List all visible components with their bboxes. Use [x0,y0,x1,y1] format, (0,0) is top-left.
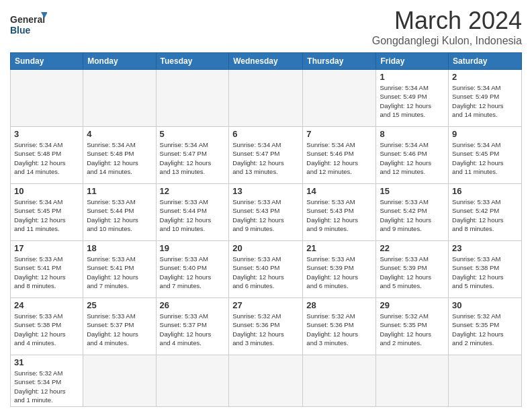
calendar-day-cell: 24Sunrise: 5:33 AM Sunset: 5:38 PM Dayli… [11,298,83,355]
day-info: Sunrise: 5:32 AM Sunset: 5:34 PM Dayligh… [14,369,79,404]
day-number: 25 [87,300,152,310]
calendar-day-cell: 10Sunrise: 5:34 AM Sunset: 5:45 PM Dayli… [11,184,83,241]
calendar-day-cell: 29Sunrise: 5:32 AM Sunset: 5:35 PM Dayli… [376,298,449,355]
calendar-day-cell [11,70,83,127]
calendar-day-cell: 30Sunrise: 5:32 AM Sunset: 5:35 PM Dayli… [449,298,522,355]
calendar-day-cell [83,355,156,407]
day-info: Sunrise: 5:32 AM Sunset: 5:35 PM Dayligh… [452,312,518,347]
day-info: Sunrise: 5:33 AM Sunset: 5:41 PM Dayligh… [87,255,152,290]
day-number: 12 [160,186,226,196]
day-number: 11 [87,186,152,196]
calendar-day-cell: 17Sunrise: 5:33 AM Sunset: 5:41 PM Dayli… [11,241,83,298]
weekday-header-monday: Monday [83,53,156,70]
calendar-day-cell: 19Sunrise: 5:33 AM Sunset: 5:40 PM Dayli… [156,241,229,298]
day-info: Sunrise: 5:33 AM Sunset: 5:43 PM Dayligh… [306,197,372,233]
weekday-header-row: SundayMondayTuesdayWednesdayThursdayFrid… [11,53,522,70]
svg-text:General: General [10,14,45,25]
day-number: 23 [452,243,518,253]
day-info: Sunrise: 5:34 AM Sunset: 5:45 PM Dayligh… [14,197,79,233]
header: General Blue March 2024 Gongdanglegi Kul… [10,7,522,47]
day-number: 13 [232,186,299,196]
day-number: 6 [232,129,299,139]
calendar-day-cell: 25Sunrise: 5:33 AM Sunset: 5:37 PM Dayli… [83,298,156,355]
calendar-day-cell [303,355,376,407]
day-number: 10 [14,186,79,196]
calendar-day-cell: 12Sunrise: 5:33 AM Sunset: 5:44 PM Dayli… [156,184,229,241]
day-number: 30 [452,300,518,310]
day-info: Sunrise: 5:33 AM Sunset: 5:42 PM Dayligh… [452,197,518,233]
day-number: 1 [380,72,445,82]
day-info: Sunrise: 5:33 AM Sunset: 5:43 PM Dayligh… [232,197,299,233]
calendar-day-cell: 28Sunrise: 5:32 AM Sunset: 5:36 PM Dayli… [303,298,376,355]
calendar-week-row: 31Sunrise: 5:32 AM Sunset: 5:34 PM Dayli… [11,355,522,407]
location-title: Gongdanglegi Kulon, Indonesia [372,35,522,47]
day-info: Sunrise: 5:32 AM Sunset: 5:36 PM Dayligh… [232,312,299,347]
day-info: Sunrise: 5:33 AM Sunset: 5:42 PM Dayligh… [380,197,445,233]
weekday-header-wednesday: Wednesday [229,53,303,70]
day-info: Sunrise: 5:33 AM Sunset: 5:40 PM Dayligh… [232,255,299,290]
calendar-day-cell: 14Sunrise: 5:33 AM Sunset: 5:43 PM Dayli… [303,184,376,241]
day-number: 18 [87,243,152,253]
weekday-header-saturday: Saturday [449,53,522,70]
calendar-day-cell: 11Sunrise: 5:33 AM Sunset: 5:44 PM Dayli… [83,184,156,241]
calendar-day-cell [229,70,303,127]
day-number: 29 [380,300,445,310]
day-info: Sunrise: 5:33 AM Sunset: 5:39 PM Dayligh… [306,255,372,290]
day-number: 21 [306,243,372,253]
calendar-day-cell: 27Sunrise: 5:32 AM Sunset: 5:36 PM Dayli… [229,298,303,355]
calendar-day-cell: 22Sunrise: 5:33 AM Sunset: 5:39 PM Dayli… [376,241,449,298]
day-number: 14 [306,186,372,196]
day-number: 19 [160,243,226,253]
day-info: Sunrise: 5:34 AM Sunset: 5:47 PM Dayligh… [160,140,226,176]
day-number: 2 [452,72,518,82]
day-number: 27 [232,300,299,310]
calendar: SundayMondayTuesdayWednesdayThursdayFrid… [10,52,522,407]
calendar-day-cell: 5Sunrise: 5:34 AM Sunset: 5:47 PM Daylig… [156,127,229,184]
day-info: Sunrise: 5:33 AM Sunset: 5:40 PM Dayligh… [160,255,226,290]
logo-svg: General Blue [10,9,47,43]
calendar-day-cell: 15Sunrise: 5:33 AM Sunset: 5:42 PM Dayli… [376,184,449,241]
calendar-day-cell: 23Sunrise: 5:33 AM Sunset: 5:38 PM Dayli… [449,241,522,298]
day-number: 24 [14,300,79,310]
calendar-week-row: 3Sunrise: 5:34 AM Sunset: 5:48 PM Daylig… [11,127,522,184]
day-info: Sunrise: 5:32 AM Sunset: 5:36 PM Dayligh… [306,312,372,347]
title-area: March 2024 Gongdanglegi Kulon, Indonesia [372,7,522,47]
day-number: 3 [14,129,79,139]
day-info: Sunrise: 5:33 AM Sunset: 5:44 PM Dayligh… [87,197,152,233]
day-number: 26 [160,300,226,310]
day-number: 7 [306,129,372,139]
calendar-week-row: 24Sunrise: 5:33 AM Sunset: 5:38 PM Dayli… [11,298,522,355]
calendar-day-cell: 6Sunrise: 5:34 AM Sunset: 5:47 PM Daylig… [229,127,303,184]
day-number: 20 [232,243,299,253]
weekday-header-friday: Friday [376,53,449,70]
calendar-day-cell [83,70,156,127]
calendar-day-cell [229,355,303,407]
day-number: 16 [452,186,518,196]
calendar-day-cell [303,70,376,127]
calendar-day-cell: 20Sunrise: 5:33 AM Sunset: 5:40 PM Dayli… [229,241,303,298]
calendar-day-cell [376,355,449,407]
calendar-day-cell: 1Sunrise: 5:34 AM Sunset: 5:49 PM Daylig… [376,70,449,127]
calendar-day-cell [156,70,229,127]
day-info: Sunrise: 5:33 AM Sunset: 5:37 PM Dayligh… [160,312,226,347]
day-number: 8 [380,129,445,139]
calendar-week-row: 1Sunrise: 5:34 AM Sunset: 5:49 PM Daylig… [11,70,522,127]
calendar-week-row: 17Sunrise: 5:33 AM Sunset: 5:41 PM Dayli… [11,241,522,298]
calendar-day-cell: 31Sunrise: 5:32 AM Sunset: 5:34 PM Dayli… [11,355,83,407]
day-number: 22 [380,243,445,253]
calendar-day-cell: 2Sunrise: 5:34 AM Sunset: 5:49 PM Daylig… [449,70,522,127]
month-title: March 2024 [372,7,522,35]
calendar-day-cell: 21Sunrise: 5:33 AM Sunset: 5:39 PM Dayli… [303,241,376,298]
calendar-day-cell: 26Sunrise: 5:33 AM Sunset: 5:37 PM Dayli… [156,298,229,355]
day-info: Sunrise: 5:34 AM Sunset: 5:48 PM Dayligh… [14,140,79,176]
day-info: Sunrise: 5:33 AM Sunset: 5:41 PM Dayligh… [14,255,79,290]
day-number: 9 [452,129,518,139]
calendar-week-row: 10Sunrise: 5:34 AM Sunset: 5:45 PM Dayli… [11,184,522,241]
day-info: Sunrise: 5:33 AM Sunset: 5:39 PM Dayligh… [380,255,445,290]
day-info: Sunrise: 5:34 AM Sunset: 5:46 PM Dayligh… [380,140,445,176]
calendar-day-cell [156,355,229,407]
day-info: Sunrise: 5:33 AM Sunset: 5:38 PM Dayligh… [452,255,518,290]
day-info: Sunrise: 5:34 AM Sunset: 5:48 PM Dayligh… [87,140,152,176]
day-info: Sunrise: 5:33 AM Sunset: 5:38 PM Dayligh… [14,312,79,347]
day-info: Sunrise: 5:34 AM Sunset: 5:46 PM Dayligh… [306,140,372,176]
